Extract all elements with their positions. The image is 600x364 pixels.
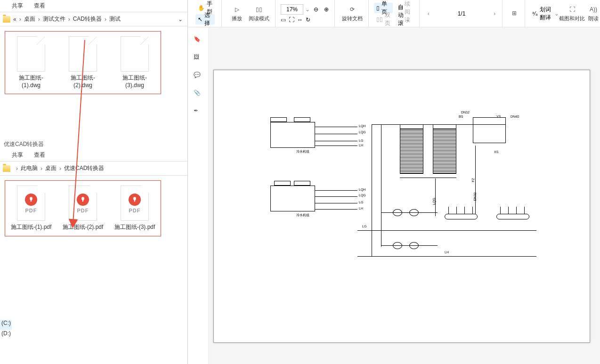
file-name: 施工图纸-(2).dwg [62, 74, 104, 89]
folder-icon [3, 16, 10, 23]
cad-diagram: 冷水机组 冷水机组 LQH LQG LG LH LQH LQG [270, 117, 585, 295]
breadcrumb-item[interactable]: 测试文件 [43, 15, 65, 23]
pdf-file-icon: PDF [17, 186, 45, 221]
file-name: 施工图纸-(3).dwg [114, 74, 156, 89]
hand-icon: ✋ [198, 5, 205, 11]
menu-share[interactable]: 共享 [12, 152, 23, 158]
auto-scroll[interactable]: 自动滚动⌄ [396, 14, 413, 24]
play-icon: ▷ [232, 5, 242, 14]
pdf-viewer: ✋手型 ↖选择 ▷播放 ▯▯阅读模式 17%⌄ ⊖ ⊕ ▭ ⛶ ↔ ↻ [187, 0, 600, 364]
folder-icon [3, 165, 10, 172]
select-tool[interactable]: ↖选择 [195, 14, 215, 24]
zoom-value[interactable]: 17% [281, 4, 303, 15]
file-item[interactable]: 施工图纸-(3).dwg [114, 36, 156, 89]
file-name: 施工图纸-(1).dwg [10, 74, 52, 89]
breadcrumb-item[interactable]: 桌面 [24, 15, 35, 23]
fit-page-icon[interactable]: ⛶ [289, 16, 294, 23]
file-name: 施工图纸-(2).pdf [62, 224, 104, 231]
toolbar: ✋手型 ↖选择 ▷播放 ▯▯阅读模式 17%⌄ ⊖ ⊕ ▭ ⛶ ↔ ↻ [188, 0, 600, 27]
file-item[interactable]: 施工图纸-(2).dwg [62, 36, 104, 89]
breadcrumb-item[interactable]: 桌面 [45, 164, 57, 172]
pdf-page: 冷水机组 冷水机组 LQH LQG LG LH LQH LQG [213, 70, 590, 343]
menu-view[interactable]: 查看 [34, 2, 45, 9]
attachment-icon[interactable]: 📎 [194, 89, 203, 99]
reflow-icon[interactable]: ↻ [306, 16, 310, 23]
menu-bar: 共享 查看 [0, 149, 187, 161]
signature-icon[interactable]: ✒ [194, 107, 203, 117]
pdf-file-icon: PDF [69, 186, 97, 221]
file-item[interactable]: 施工图纸-(1).dwg [10, 36, 52, 89]
translate-button[interactable]: ᵃ⁄ₐ划词翻译⌄ [530, 0, 561, 27]
file-item[interactable]: PDF 施工图纸-(1).pdf [10, 186, 52, 231]
chevron-down-icon[interactable]: ⌄ [178, 16, 183, 23]
breadcrumb-item[interactable]: 此电脑 [21, 164, 38, 172]
translate-icon: ᵃ⁄ₐ [532, 10, 538, 17]
side-panel: 🔖 🖼 💬 📎 ✒ [188, 27, 209, 364]
breadcrumb[interactable]: › 此电脑› 桌面› 优速CAD转换器 [0, 162, 187, 176]
file-selection: 施工图纸-(1).dwg 施工图纸-(2).dwg 施工图纸-(3).dwg [5, 31, 161, 94]
pdf-label: PDF [77, 208, 89, 213]
drive-c[interactable]: (C:) [0, 320, 12, 330]
book-icon: ▯▯ [254, 5, 264, 14]
dwg-file-icon [17, 36, 45, 72]
pdf-label: PDF [129, 208, 141, 213]
file-name: 施工图纸-(3).pdf [114, 224, 156, 231]
double-page-icon: ▯▯ [376, 16, 383, 23]
breadcrumb-prefix: « [13, 16, 16, 23]
breadcrumb-item[interactable]: 优速CAD转换器 [64, 164, 104, 172]
prev-page[interactable]: ‹ [425, 7, 432, 20]
read-mode-button[interactable]: ▯▯阅读模式 [247, 0, 271, 27]
rotate-button[interactable]: ⟳旋转文档 [340, 0, 365, 27]
play-button[interactable]: ▷播放 [227, 0, 247, 27]
screenshot-icon: ⛶ [568, 5, 577, 14]
speaker-icon: A)) [589, 5, 598, 14]
file-item[interactable]: PDF 施工图纸-(3).pdf [114, 186, 156, 231]
menu-bar: 共享 查看 [0, 0, 187, 12]
screenshot-button[interactable]: ⛶截图和对比 [561, 0, 584, 27]
read-aloud-button[interactable]: A))朗读 [584, 0, 600, 27]
dwg-file-icon [121, 36, 149, 72]
menu-view[interactable]: 查看 [34, 152, 45, 158]
breadcrumb-item[interactable]: 测试 [109, 15, 121, 23]
separator-icon: ⊞ [508, 0, 521, 27]
bookmark-icon[interactable]: 🔖 [194, 36, 203, 45]
pdf-label: PDF [25, 208, 37, 213]
zoom-out-icon[interactable]: ⊖ [312, 5, 320, 14]
pdf-canvas[interactable]: 冷水机组 冷水机组 LQH LQG LG LH LQH LQG [209, 27, 600, 364]
image-icon[interactable]: 🖼 [194, 54, 203, 63]
breadcrumb-item[interactable]: CAD转换器 [73, 15, 102, 23]
menu-share[interactable]: 共享 [12, 2, 23, 9]
pdf-file-icon: PDF [121, 186, 149, 221]
dwg-file-icon [69, 36, 97, 72]
double-page[interactable]: ▯▯双页 [374, 14, 393, 24]
actual-size-icon[interactable]: ↔ [297, 16, 303, 23]
breadcrumb[interactable]: « › 桌面› 测试文件› CAD转换器› 测试 ⌄ [0, 12, 187, 26]
rotate-icon: ⟳ [348, 5, 357, 14]
file-item[interactable]: PDF 施工图纸-(2).pdf [62, 186, 104, 231]
file-name: 施工图纸-(1).pdf [10, 224, 52, 231]
cursor-icon: ↖ [198, 16, 203, 23]
file-selection: PDF 施工图纸-(1).pdf PDF 施工图纸-(2).pdf PDF [5, 180, 161, 236]
zoom-in-icon[interactable]: ⊕ [322, 5, 331, 14]
window-title: 优速CAD转换器 [0, 139, 187, 149]
comment-icon[interactable]: 💬 [194, 72, 203, 81]
fit-width-icon[interactable]: ▭ [281, 16, 286, 23]
explorer-window-2: 优速CAD转换器 共享 查看 › 此电脑› 桌面› 优速CAD转换器 PDF 施… [0, 139, 187, 318]
drive-d[interactable]: (D:) [0, 330, 12, 340]
next-page[interactable]: › [491, 7, 498, 20]
page-number[interactable]: 1/1 [438, 10, 485, 17]
single-page-icon: ▯ [376, 5, 380, 11]
explorer-window-1: 共享 查看 « › 桌面› 测试文件› CAD转换器› 测试 ⌄ 施工图纸-(1… [0, 0, 187, 139]
